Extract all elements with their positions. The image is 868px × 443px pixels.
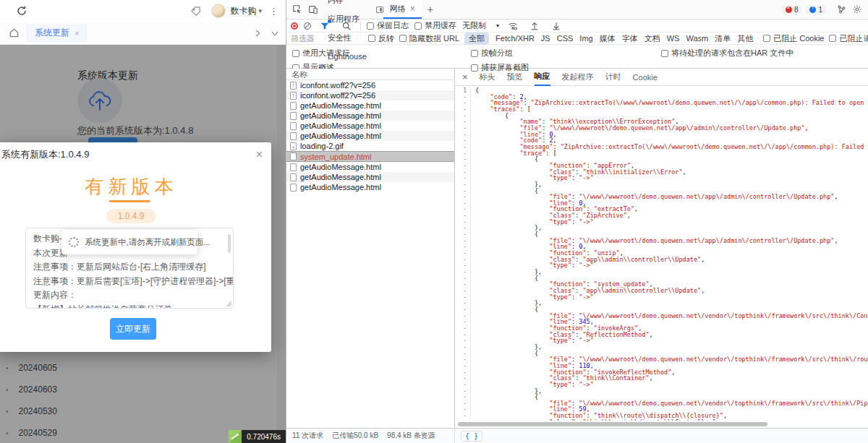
table-row[interactable]: getAudioMessage.html: [286, 100, 454, 111]
detail-tab[interactable]: 响应: [535, 69, 550, 86]
filter-chip[interactable]: 全部: [464, 33, 489, 45]
record-icon[interactable]: [291, 22, 298, 30]
filter-chip[interactable]: CSS: [557, 34, 574, 43]
settings-gear-icon[interactable]: [849, 2, 865, 17]
transferred-size: 已传输50.0 kB: [332, 431, 378, 441]
filter-chip[interactable]: Img: [579, 34, 592, 43]
table-row[interactable]: iconfont.woff2?v=256: [286, 80, 454, 90]
devtools-tab[interactable]: 内存: [321, 0, 373, 9]
detail-tab[interactable]: 标头: [480, 69, 495, 86]
notes-scrollbar-thumb[interactable]: [228, 234, 231, 253]
hide-data-urls-checkbox[interactable]: 隐藏数据 URL: [399, 33, 459, 44]
response-json[interactable]: 1{- "code": 2,- "message": "ZipArchive::…: [455, 87, 868, 421]
updating-toast: 系统更新中,请勿离开或刷新页面...: [61, 230, 197, 254]
filter-chip[interactable]: Fetch/XHR: [495, 34, 535, 43]
detail-tab[interactable]: 发起程序: [562, 69, 594, 86]
detail-tab[interactable]: 预览: [507, 69, 523, 86]
trace-bar[interactable]: 0.720476s: [229, 430, 286, 443]
filter-chip[interactable]: WS: [667, 34, 680, 43]
filter-chip[interactable]: 文档: [644, 33, 660, 44]
table-row[interactable]: system_update.html: [286, 151, 454, 162]
big-request-rows-checkbox[interactable]: 使用大请求行: [292, 48, 350, 59]
loading-spinner-icon: [69, 237, 79, 247]
request-icon: [290, 92, 297, 100]
update-note-line: 更新内容：: [33, 288, 221, 303]
network-main: 名称 iconfont.woff2?v=256 iconfont.woff2?v…: [286, 69, 868, 428]
group-by-frame-checkbox[interactable]: 按帧分组: [471, 48, 529, 59]
device-toolbar-icon[interactable]: [305, 2, 321, 17]
tag-icon[interactable]: [190, 6, 201, 17]
close-icon[interactable]: ×: [462, 72, 468, 82]
admin-app: 数卡购 ▾ ⋮ 系统更新 × 系统版本更新: [0, 0, 286, 443]
preserve-log-checkbox[interactable]: 保留日志: [367, 20, 409, 31]
horizontal-scrollbar-thumb[interactable]: [458, 422, 767, 426]
chevron-right-icon[interactable]: [252, 28, 263, 38]
resize-handle-icon[interactable]: [226, 301, 231, 306]
trace-icon[interactable]: [229, 430, 242, 443]
table-row[interactable]: loading-2.gif: [286, 141, 454, 151]
table-row[interactable]: getAudioMessage.html: [286, 111, 454, 121]
home-icon[interactable]: [9, 27, 20, 38]
modal-header: 系统有新版本:1.0.4.9 ×: [0, 142, 271, 167]
update-now-button[interactable]: 立即更新: [110, 318, 156, 340]
name-column-header[interactable]: 名称: [286, 69, 454, 80]
request-icon: [290, 184, 297, 192]
devtools-tab-network[interactable]: 网络 ×: [383, 0, 422, 19]
blocked-cookies-checkbox[interactable]: 已阻止 Cookie: [763, 33, 824, 44]
network-conditions-icon[interactable]: [505, 19, 521, 33]
filter-funnel-icon[interactable]: [317, 19, 333, 33]
issues-badge[interactable]: 1: [806, 5, 826, 14]
invert-checkbox[interactable]: 反转: [368, 33, 394, 44]
format-json-icon[interactable]: { }: [461, 431, 482, 442]
refresh-icon[interactable]: [16, 5, 27, 17]
filter-chip[interactable]: 媒体: [600, 33, 616, 44]
add-tab-icon[interactable]: +: [422, 4, 439, 15]
beaker-icon[interactable]: [833, 2, 849, 17]
throttling-select[interactable]: 无限制 ▾: [462, 20, 499, 31]
update-modal: 系统有新版本:1.0.4.9 × 有新版本 1.0.4.9 数卡购--本次更新注…: [0, 142, 271, 352]
request-icon: [290, 122, 297, 130]
tab-system-update[interactable]: 系统更新 ×: [27, 25, 87, 42]
errors-badge[interactable]: 8: [782, 5, 802, 14]
clear-icon[interactable]: [304, 22, 311, 30]
search-icon[interactable]: [339, 19, 354, 33]
account-caret-icon[interactable]: ▾: [258, 7, 262, 14]
filter-chip[interactable]: 清单: [715, 33, 731, 44]
table-row[interactable]: getAudioMessage.html: [286, 182, 454, 192]
filter-chip[interactable]: JS: [541, 34, 550, 43]
table-row[interactable]: getAudioMessage.html: [286, 121, 454, 131]
account-name[interactable]: 数卡购: [230, 5, 256, 17]
har-pending-checkbox[interactable]: 将待处理的请求包含在HAR 文件中: [661, 48, 793, 59]
panel-layout-icon[interactable]: [376, 7, 383, 13]
blocked-requests-checkbox[interactable]: 已阻止请求: [829, 33, 868, 44]
tab-close-icon[interactable]: ×: [75, 29, 79, 38]
table-row[interactable]: getAudioMessage.html: [286, 172, 454, 182]
export-har-icon[interactable]: [548, 19, 564, 33]
table-row[interactable]: getAudioMessage.html: [286, 162, 454, 172]
detail-tab[interactable]: Cookie: [633, 69, 658, 86]
request-icon: [290, 173, 297, 181]
detail-tab[interactable]: 计时: [605, 69, 621, 86]
devtools-tabbar: 元素控制台源代码内存应用程序安全性LighthouseCSS 概述 网络 × +…: [286, 0, 868, 20]
filter-input[interactable]: [291, 34, 363, 43]
disable-cache-checkbox[interactable]: 禁用缓存: [414, 20, 456, 31]
update-note-line: 【新增】站长邮箱推送自营商品订单: [33, 303, 221, 309]
new-version-headline: 有新版本: [0, 174, 267, 199]
import-har-icon[interactable]: [527, 19, 542, 33]
chevron-down-icon[interactable]: [270, 28, 280, 38]
request-icon: [290, 82, 297, 90]
filter-chip[interactable]: 其他: [737, 33, 753, 44]
avatar[interactable]: [211, 4, 226, 18]
select-caret-icon: ▾: [496, 22, 499, 29]
request-icon: [290, 163, 297, 171]
network-toolbar: 保留日志 禁用缓存 无限制 ▾: [286, 20, 868, 33]
close-tab-icon[interactable]: ×: [410, 4, 415, 14]
table-row[interactable]: getAudioMessage.html: [286, 131, 454, 141]
inspect-icon[interactable]: [289, 2, 305, 17]
error-dot-icon: [786, 7, 792, 13]
filter-chip[interactable]: Wasm: [686, 34, 708, 43]
modal-close-icon[interactable]: ×: [256, 149, 263, 160]
kebab-menu-icon[interactable]: ⋮: [269, 6, 278, 17]
filter-chip[interactable]: 字体: [622, 33, 638, 44]
table-row[interactable]: iconfont.woff2?v=256: [286, 90, 454, 100]
